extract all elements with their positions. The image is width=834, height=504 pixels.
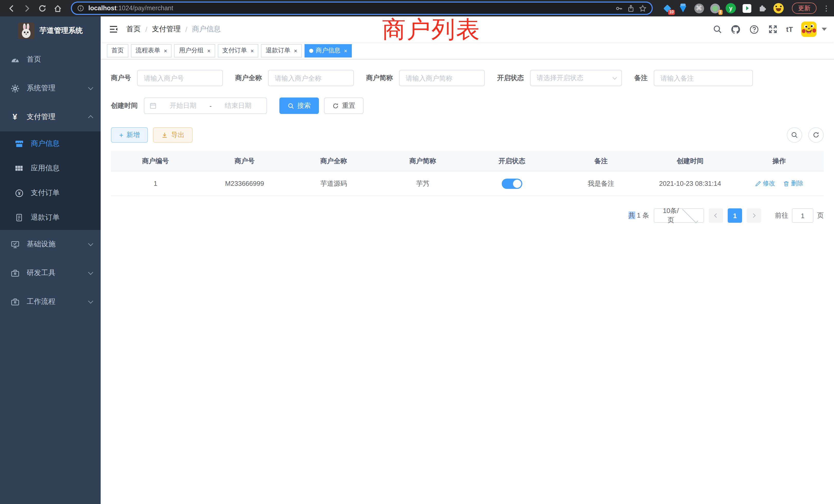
sidebar-item-merchant-info[interactable]: 商户信息 [0,131,101,156]
reset-button-label: 重置 [342,101,355,110]
share-icon[interactable] [627,4,635,12]
bookmark-star-icon[interactable] [639,4,646,12]
sidebar-item-app-info[interactable]: 应用信息 [0,156,101,181]
close-icon[interactable]: × [344,47,347,54]
close-icon[interactable]: × [164,47,167,54]
menu-label: 首页 [27,55,92,64]
hide-search-button[interactable] [787,127,802,143]
sidebar-item-workflow[interactable]: 工作流程 [0,288,101,316]
chrome-menu-icon[interactable]: ⋮ [823,4,829,12]
extensions-puzzle-icon[interactable] [758,3,768,13]
sidebar-collapse-icon[interactable] [108,24,119,35]
menu-label: 退款订单 [31,213,92,222]
tab-label: 商户信息 [316,46,341,55]
sidebar-item-home[interactable]: 首页 [0,45,101,74]
cell-full-name: 芋道源码 [289,179,378,188]
tab-home[interactable]: 首页 [107,44,128,57]
avatar[interactable] [801,22,816,37]
full-name-input[interactable] [268,70,354,86]
col-header: 创建时间 [645,156,734,165]
add-button[interactable]: + 新增 [111,127,148,143]
toolbox-icon [10,297,20,306]
ext-doc-icon[interactable] [742,3,752,13]
sidebar-logo[interactable]: 芋道管理系统 [0,17,101,45]
create-time-range-picker[interactable]: 开始日期 - 结束日期 [144,97,267,114]
breadcrumb-separator: / [145,25,147,33]
payment-submenu: 商户信息 应用信息 ¥ 支付订单 [0,131,101,230]
create-time-label: 创建时间 [111,101,138,110]
sidebar-item-pay-order[interactable]: ¥ 支付订单 [0,181,101,205]
delete-link[interactable]: 删除 [784,179,804,188]
export-button[interactable]: 导出 [153,127,193,143]
breadcrumb-home[interactable]: 首页 [126,25,141,34]
menu-label: 研发工具 [27,269,82,278]
reset-button[interactable]: 重置 [324,97,364,114]
tab-refund-order[interactable]: 退款订单 × [261,44,302,57]
total-text: 共 1 条 [628,211,649,220]
merchant-no-input[interactable] [137,70,223,86]
edit-link[interactable]: 修改 [755,179,775,188]
tab-merchant-info[interactable]: 商户信息 × [305,44,352,57]
merchant-no-label: 商户号 [111,73,131,83]
github-icon[interactable] [731,24,741,35]
refresh-table-button[interactable] [808,127,824,143]
sidebar-item-system[interactable]: 系统管理 [0,74,101,102]
goto-page-input[interactable] [792,208,813,223]
yen-icon: ¥ [10,112,20,122]
page-size-select[interactable]: 10条/页 [654,208,704,223]
ext-gem-icon[interactable] [678,3,688,13]
help-icon[interactable] [749,24,760,35]
table-toolbar: + 新增 导出 [111,127,824,143]
tab-process-form[interactable]: 流程表单 × [131,44,172,57]
dashboard-icon [10,55,20,64]
short-name-input[interactable] [399,70,485,86]
url-text: localhost:1024/pay/merchant [88,5,173,12]
total-prefix: 共 [628,211,635,219]
font-size-icon[interactable]: tT [786,25,793,33]
prev-page-button[interactable] [709,208,723,223]
breadcrumb-payment[interactable]: 支付管理 [152,25,181,34]
ext-y-icon[interactable]: y [726,3,736,13]
close-icon[interactable]: × [250,47,254,54]
next-page-button[interactable] [747,208,761,223]
col-header: 备注 [556,156,645,165]
remark-input[interactable] [654,70,753,86]
tab-user-group[interactable]: 用户分组 × [174,44,215,57]
sidebar-item-infra[interactable]: 基础设施 [0,230,101,259]
reload-icon[interactable] [36,2,48,14]
document-icon [14,213,24,222]
menu-label: 应用信息 [31,164,92,173]
sidebar-item-devtools[interactable]: 研发工具 [0,259,101,288]
status-select[interactable]: 请选择开启状态 [530,70,622,86]
avatar-caret-icon[interactable] [822,28,827,31]
header-search-icon[interactable] [712,24,723,35]
ext-command-icon[interactable]: ⌘ [694,3,704,13]
ext-recorder-icon[interactable]: 1 [710,3,720,13]
tab-label: 流程表单 [136,46,160,55]
back-icon[interactable] [5,2,18,14]
shop-icon [14,139,24,148]
col-header: 商户简称 [378,156,467,165]
y-glyph: y [729,5,732,12]
close-icon[interactable]: × [207,47,211,54]
chrome-update-button[interactable]: 更新 [792,3,816,14]
menu-label: 系统管理 [27,84,82,93]
search-button[interactable]: 搜索 [279,97,319,114]
page-info-icon[interactable] [77,5,84,12]
update-label: 更新 [798,4,810,13]
tab-pay-order[interactable]: 支付订单 × [218,44,259,57]
close-icon[interactable]: × [294,47,297,54]
page-1-button[interactable]: 1 [728,208,742,223]
status-toggle[interactable] [502,178,522,189]
password-key-icon[interactable] [615,4,623,12]
sidebar-item-refund-order[interactable]: 退款订单 [0,205,101,230]
col-header: 商户号 [200,156,289,165]
download-icon [161,132,168,138]
ext-smiley-icon[interactable] [773,3,784,13]
sidebar-item-payment[interactable]: ¥ 支付管理 [0,102,101,131]
fullscreen-icon[interactable] [768,24,778,35]
forward-icon[interactable] [21,2,33,14]
url-bar[interactable]: localhost:1024/pay/merchant [71,2,653,15]
home-icon[interactable] [51,2,64,14]
ext-tabgroup-icon[interactable]: 10 [662,3,672,13]
